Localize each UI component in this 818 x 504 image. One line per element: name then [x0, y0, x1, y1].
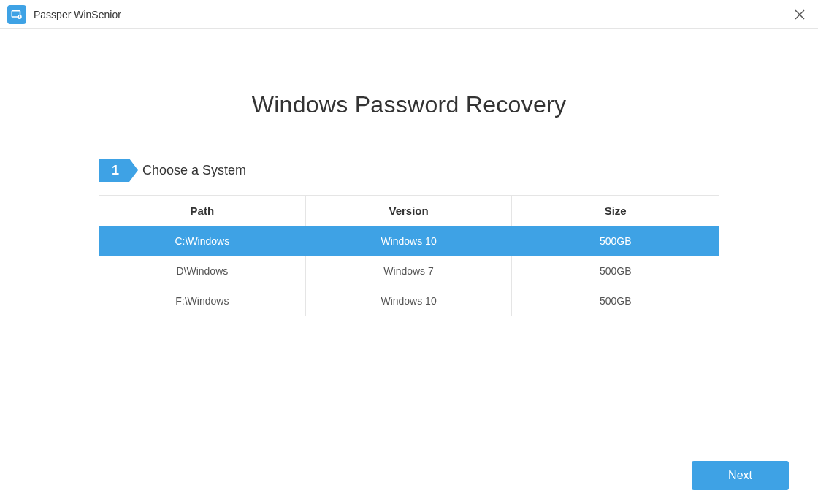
table-cell-version: Windows 7: [305, 256, 512, 286]
step-number-badge: 1: [99, 159, 129, 182]
titlebar: Passper WinSenior: [0, 0, 818, 29]
table-row[interactable]: F:\Windows Windows 10 500GB: [99, 286, 719, 316]
table-header-version: Version: [305, 196, 512, 226]
next-button[interactable]: Next: [692, 461, 789, 490]
system-table: Path Version Size C:\Windows Windows 10 …: [99, 195, 719, 316]
table-cell-size: 500GB: [512, 286, 719, 316]
step-container: 1 Choose a System Path Version Size C:\W…: [99, 159, 719, 316]
table-cell-version: Windows 10: [305, 286, 512, 316]
footer: Next: [0, 446, 818, 504]
main-content: Windows Password Recovery 1 Choose a Sys…: [0, 91, 818, 316]
table-header-size: Size: [512, 196, 719, 226]
page-title: Windows Password Recovery: [0, 91, 818, 118]
table-cell-size: 500GB: [512, 226, 719, 256]
step-label: Choose a System: [142, 163, 246, 178]
table-cell-path: D\Windows: [99, 256, 306, 286]
app-title: Passper WinSenior: [34, 9, 121, 20]
table-header-path: Path: [99, 196, 306, 226]
step-header: 1 Choose a System: [99, 159, 719, 182]
titlebar-left: Passper WinSenior: [7, 5, 121, 24]
close-icon: [795, 9, 805, 20]
table-row[interactable]: C:\Windows Windows 10 500GB: [99, 226, 719, 256]
table-header-row: Path Version Size: [99, 196, 719, 226]
close-button[interactable]: [789, 4, 811, 26]
table-cell-path: F:\Windows: [99, 286, 306, 316]
table-cell-version: Windows 10: [305, 226, 512, 256]
app-icon: [7, 5, 26, 24]
table-cell-size: 500GB: [512, 256, 719, 286]
table-row[interactable]: D\Windows Windows 7 500GB: [99, 256, 719, 286]
svg-rect-3: [19, 16, 20, 18]
table-cell-path: C:\Windows: [99, 226, 306, 256]
